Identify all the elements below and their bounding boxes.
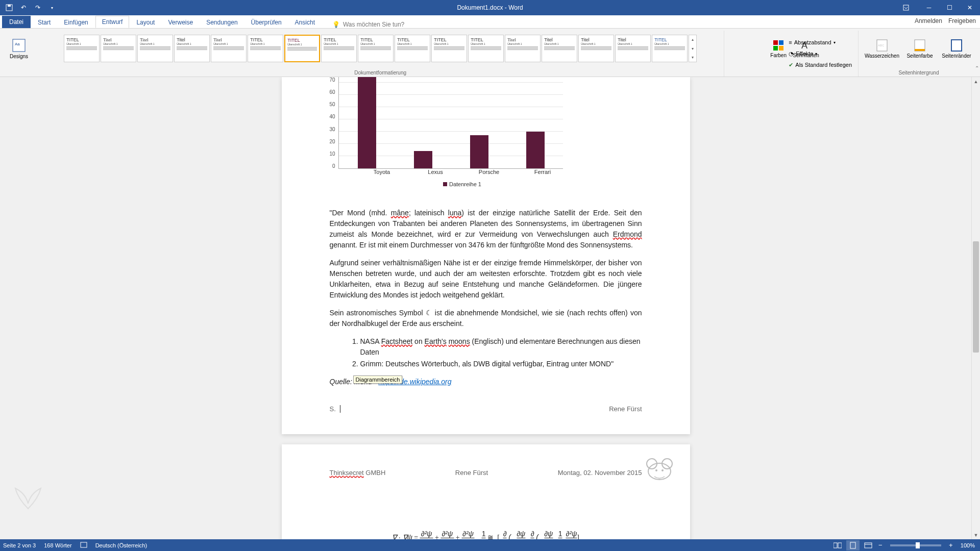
vertical-scrollbar[interactable]: ▲ ▼ (971, 77, 980, 539)
tab-references[interactable]: Verweise (162, 17, 199, 28)
paragraph-1[interactable]: "Der Mond (mhd. mâne; lateinisch luna) i… (330, 208, 642, 251)
scroll-down-button[interactable]: ▼ (972, 531, 980, 539)
zoom-out-button[interactable]: − (877, 541, 884, 549)
zoom-slider-thumb[interactable] (916, 542, 920, 548)
theme-thumb[interactable]: TitelÜberschrift 1 (615, 35, 651, 62)
tab-start[interactable]: Start (32, 17, 57, 28)
tab-file[interactable]: Datei (2, 16, 31, 28)
minimize-button[interactable]: ─ (919, 0, 939, 15)
theme-thumb[interactable]: TITELÜberschrift 1 (284, 35, 320, 62)
paragraph-2[interactable]: Aufgrund seiner verhältnismäßigen Nähe i… (330, 258, 642, 300)
spell-error[interactable]: Factsheet (381, 337, 412, 345)
proofing-icon[interactable] (80, 541, 87, 549)
effects-button[interactable]: ◔Effekte ▾ (786, 48, 855, 59)
theme-thumb[interactable]: TitelÜberschrift 1 (505, 35, 541, 62)
tab-view[interactable]: Ansicht (289, 17, 321, 28)
theme-thumb[interactable]: TitelÜberschrift 1 (211, 35, 247, 62)
page-header[interactable]: Thinksecret GMBH Rene Fürst Montag, 02. … (330, 469, 642, 477)
theme-thumb[interactable]: TITELÜberschrift 1 (431, 35, 467, 62)
gallery-more-icon[interactable]: ▾ (689, 53, 696, 62)
themes-gallery[interactable]: TITELÜberschrift 1TitelÜberschrift 1Tite… (64, 31, 697, 66)
theme-thumb[interactable]: TITELÜberschrift 1 (395, 35, 430, 62)
spell-error[interactable]: moons (449, 337, 470, 345)
theme-thumb[interactable]: TITELÜberschrift 1 (248, 35, 283, 62)
theme-thumb[interactable]: TITELÜberschrift 1 (468, 35, 504, 62)
tab-insert[interactable]: Einfügen (58, 17, 94, 28)
save-icon[interactable] (3, 2, 15, 13)
tab-design[interactable]: Entwurf (95, 16, 130, 28)
text-cursor (337, 405, 340, 413)
watermark-label: Wasserzeichen (865, 53, 899, 59)
page-1[interactable]: 706050403020100 ToyotaLexusPorscheFerrar… (282, 77, 690, 434)
tell-me[interactable]: 💡 Was möchten Sie tun? (322, 21, 404, 28)
svg-rect-8 (779, 46, 783, 51)
web-layout-icon[interactable] (862, 540, 875, 550)
theme-thumb[interactable]: TitelÜberschrift 1 (578, 35, 614, 62)
chart-bar[interactable] (414, 151, 432, 168)
scrollbar-track[interactable] (972, 86, 980, 531)
chart-bar[interactable] (358, 77, 376, 168)
theme-thumb[interactable]: TitelÜberschrift 1 (174, 35, 210, 62)
chart-bar[interactable] (470, 135, 488, 168)
theme-thumb[interactable]: TitelÜberschrift 1 (137, 35, 173, 62)
theme-thumb[interactable]: TITELÜberschrift 1 (652, 35, 688, 62)
equation[interactable]: ∇ · ∇ψ = ∂²ψ∂x² + ∂²ψ∂y² + ∂²ψ∂z² 1 ≅ [ … (392, 530, 579, 539)
set-default-button[interactable]: ✔Als Standard festlegen (786, 59, 855, 70)
text: NASA (360, 337, 381, 345)
ribbon: Aa Designs TITELÜberschrift 1TitelÜbersc… (0, 29, 980, 77)
paragraph-3[interactable]: Sein astronomisches Symbol ☾ ist die abn… (330, 308, 642, 329)
theme-thumb[interactable]: TITELÜberschrift 1 (358, 35, 394, 62)
theme-thumb[interactable]: TitelÜberschrift 1 (101, 35, 136, 62)
scroll-up-button[interactable]: ▲ (972, 77, 980, 86)
theme-thumb[interactable]: TITELÜberschrift 1 (321, 35, 357, 62)
ribbon-options-icon[interactable] (898, 0, 914, 15)
page-2[interactable]: Thinksecret GMBH Rene Fürst Montag, 02. … (282, 444, 690, 539)
numbered-list[interactable]: NASA Factsheet on Earth's moons (Englisc… (360, 336, 642, 369)
read-mode-icon[interactable] (831, 540, 844, 550)
signin-link[interactable]: Anmelden (915, 17, 942, 24)
spell-error[interactable]: Earth's (425, 337, 447, 345)
spell-error[interactable]: Thinksecret (330, 469, 364, 477)
theme-thumb[interactable]: TITELÜberschrift 1 (64, 35, 100, 62)
paragraph-spacing-button[interactable]: ≡Absatzabstand ▾ (786, 37, 855, 48)
ribbon-tabs: Datei Start Einfügen Entwurf Layout Verw… (0, 15, 980, 29)
qat-customize-icon[interactable]: ▾ (46, 2, 58, 13)
document-body[interactable]: "Der Mond (mhd. mâne; lateinisch luna) i… (330, 208, 642, 394)
page-footer[interactable]: S. Rene Fürst (330, 405, 642, 413)
zoom-slider[interactable] (890, 544, 941, 546)
page-borders-button[interactable]: Seitenränder (939, 31, 974, 66)
list-item[interactable]: NASA Factsheet on Earth's moons (Englisc… (360, 336, 642, 358)
gallery-up-icon[interactable]: ▴ (689, 35, 696, 44)
zoom-in-button[interactable]: + (947, 541, 954, 549)
redo-icon[interactable]: ↷ (32, 2, 44, 13)
chart-bar[interactable] (526, 132, 545, 168)
footer-author: Rene Fürst (609, 405, 642, 413)
maximize-button[interactable]: ☐ (939, 0, 960, 15)
spell-error[interactable]: Erdmond (613, 230, 642, 238)
undo-icon[interactable]: ↶ (17, 2, 30, 13)
scrollbar-thumb[interactable] (973, 241, 979, 353)
tab-layout[interactable]: Layout (130, 17, 161, 28)
gallery-down-icon[interactable]: ▾ (689, 44, 696, 53)
svg-point-18 (655, 469, 657, 471)
zoom-level[interactable]: 100% (961, 542, 975, 548)
close-button[interactable]: ✕ (960, 0, 980, 15)
share-button[interactable]: Freigeben (948, 17, 976, 24)
status-language[interactable]: Deutsch (Österreich) (95, 542, 147, 548)
designs-button[interactable]: Aa Designs (6, 31, 32, 66)
watermark-button[interactable]: ABC Wasserzeichen (864, 31, 900, 66)
page-color-button[interactable]: Seitenfarbe (902, 31, 937, 66)
theme-thumb[interactable]: TitelÜberschrift 1 (542, 35, 577, 62)
tab-review[interactable]: Überprüfen (245, 17, 288, 28)
list-item[interactable]: Grimm: Deutsches Wörterbuch, als DWB dig… (360, 359, 642, 369)
status-page[interactable]: Seite 2 von 3 (3, 542, 36, 548)
collapse-ribbon-icon[interactable]: ⌃ (975, 65, 979, 71)
print-layout-icon[interactable] (846, 540, 860, 550)
chart[interactable]: 706050403020100 ToyotaLexusPorscheFerrar… (330, 77, 570, 187)
spell-error[interactable]: mâne (391, 209, 409, 217)
tab-mailings[interactable]: Sendungen (200, 17, 243, 28)
gallery-scroll[interactable]: ▴▾▾ (689, 35, 697, 62)
svg-text:Aa: Aa (15, 42, 20, 46)
status-word-count[interactable]: 168 Wörter (44, 542, 71, 548)
spell-error[interactable]: luna (448, 209, 461, 217)
